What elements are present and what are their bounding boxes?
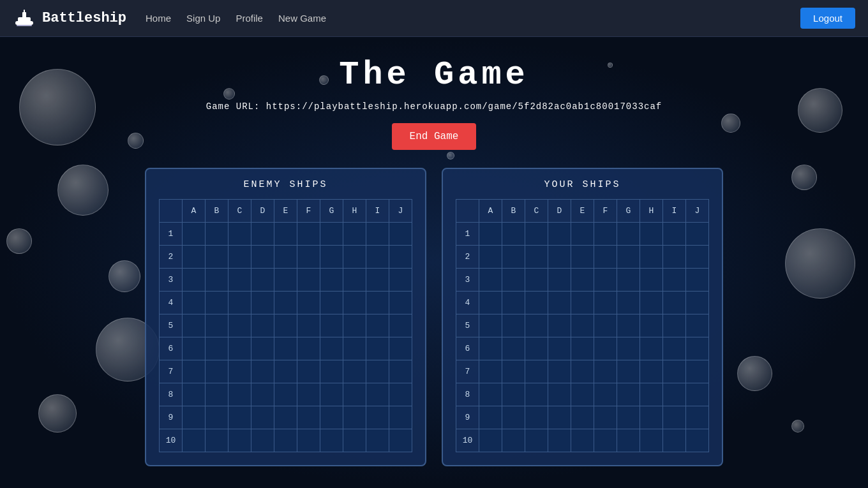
enemy-cell-D8[interactable]	[251, 383, 274, 406]
enemy-cell-C5[interactable]	[228, 314, 251, 337]
your-cell-J5[interactable]	[686, 314, 709, 337]
your-cell-A1[interactable]	[479, 223, 502, 246]
your-cell-B4[interactable]	[502, 292, 525, 314]
enemy-cell-J3[interactable]	[389, 269, 412, 292]
your-cell-A10[interactable]	[479, 429, 502, 452]
enemy-cell-F6[interactable]	[297, 337, 320, 360]
enemy-cell-A10[interactable]	[183, 429, 206, 452]
enemy-cell-A9[interactable]	[183, 406, 206, 429]
your-cell-D1[interactable]	[548, 223, 571, 246]
enemy-cell-G5[interactable]	[320, 314, 343, 337]
enemy-cell-D7[interactable]	[251, 360, 274, 383]
enemy-cell-J5[interactable]	[389, 314, 412, 337]
your-cell-I9[interactable]	[663, 406, 686, 429]
your-cell-F4[interactable]	[594, 292, 617, 314]
enemy-cell-I9[interactable]	[366, 406, 389, 429]
enemy-cell-B3[interactable]	[206, 269, 228, 292]
your-cell-F9[interactable]	[594, 406, 617, 429]
enemy-cell-A2[interactable]	[183, 246, 206, 269]
brand-link[interactable]: Battleship	[13, 7, 126, 30]
your-cell-J6[interactable]	[686, 337, 709, 360]
your-cell-C4[interactable]	[525, 292, 548, 314]
enemy-cell-B4[interactable]	[206, 292, 228, 314]
enemy-cell-C6[interactable]	[228, 337, 251, 360]
your-cell-D7[interactable]	[548, 360, 571, 383]
enemy-cell-H9[interactable]	[343, 406, 366, 429]
your-cell-F10[interactable]	[594, 429, 617, 452]
your-cell-F3[interactable]	[594, 269, 617, 292]
your-cell-E5[interactable]	[571, 314, 594, 337]
your-cell-H2[interactable]	[640, 246, 663, 269]
enemy-cell-H5[interactable]	[343, 314, 366, 337]
your-cell-H3[interactable]	[640, 269, 663, 292]
enemy-cell-D3[interactable]	[251, 269, 274, 292]
your-cell-I6[interactable]	[663, 337, 686, 360]
your-cell-H8[interactable]	[640, 383, 663, 406]
enemy-cell-F1[interactable]	[297, 223, 320, 246]
enemy-cell-D1[interactable]	[251, 223, 274, 246]
your-cell-A5[interactable]	[479, 314, 502, 337]
nav-home[interactable]: Home	[146, 13, 171, 24]
enemy-cell-I4[interactable]	[366, 292, 389, 314]
enemy-cell-F8[interactable]	[297, 383, 320, 406]
enemy-cell-E2[interactable]	[274, 246, 297, 269]
your-cell-D3[interactable]	[548, 269, 571, 292]
your-cell-H4[interactable]	[640, 292, 663, 314]
enemy-cell-B1[interactable]	[206, 223, 228, 246]
your-cell-D4[interactable]	[548, 292, 571, 314]
your-cell-H7[interactable]	[640, 360, 663, 383]
your-cell-E4[interactable]	[571, 292, 594, 314]
your-cell-B10[interactable]	[502, 429, 525, 452]
enemy-cell-E7[interactable]	[274, 360, 297, 383]
enemy-cell-A5[interactable]	[183, 314, 206, 337]
enemy-cell-G7[interactable]	[320, 360, 343, 383]
your-cell-F8[interactable]	[594, 383, 617, 406]
enemy-cell-A4[interactable]	[183, 292, 206, 314]
enemy-cell-D2[interactable]	[251, 246, 274, 269]
enemy-cell-G1[interactable]	[320, 223, 343, 246]
enemy-cell-A8[interactable]	[183, 383, 206, 406]
your-cell-C2[interactable]	[525, 246, 548, 269]
enemy-cell-E10[interactable]	[274, 429, 297, 452]
your-cell-C6[interactable]	[525, 337, 548, 360]
enemy-cell-G4[interactable]	[320, 292, 343, 314]
enemy-cell-C9[interactable]	[228, 406, 251, 429]
enemy-cell-C1[interactable]	[228, 223, 251, 246]
enemy-cell-D9[interactable]	[251, 406, 274, 429]
your-cell-F6[interactable]	[594, 337, 617, 360]
your-cell-I3[interactable]	[663, 269, 686, 292]
your-cell-B5[interactable]	[502, 314, 525, 337]
nav-new-game[interactable]: New Game	[278, 13, 326, 24]
your-cell-I7[interactable]	[663, 360, 686, 383]
end-game-button[interactable]: End Game	[392, 123, 477, 150]
enemy-cell-G3[interactable]	[320, 269, 343, 292]
your-cell-D5[interactable]	[548, 314, 571, 337]
enemy-cell-E4[interactable]	[274, 292, 297, 314]
enemy-cell-E9[interactable]	[274, 406, 297, 429]
your-cell-D8[interactable]	[548, 383, 571, 406]
your-cell-E7[interactable]	[571, 360, 594, 383]
your-cell-E9[interactable]	[571, 406, 594, 429]
enemy-cell-J8[interactable]	[389, 383, 412, 406]
your-cell-E8[interactable]	[571, 383, 594, 406]
enemy-cell-H10[interactable]	[343, 429, 366, 452]
your-cell-J2[interactable]	[686, 246, 709, 269]
enemy-cell-F4[interactable]	[297, 292, 320, 314]
your-cell-I8[interactable]	[663, 383, 686, 406]
your-cell-C8[interactable]	[525, 383, 548, 406]
enemy-cell-D10[interactable]	[251, 429, 274, 452]
enemy-cell-F3[interactable]	[297, 269, 320, 292]
enemy-cell-E6[interactable]	[274, 337, 297, 360]
your-cell-J7[interactable]	[686, 360, 709, 383]
enemy-cell-J9[interactable]	[389, 406, 412, 429]
your-cell-D10[interactable]	[548, 429, 571, 452]
your-cell-C10[interactable]	[525, 429, 548, 452]
your-cell-A9[interactable]	[479, 406, 502, 429]
your-cell-G6[interactable]	[617, 337, 640, 360]
enemy-cell-B10[interactable]	[206, 429, 228, 452]
your-cell-D6[interactable]	[548, 337, 571, 360]
your-cell-B1[interactable]	[502, 223, 525, 246]
your-cell-E3[interactable]	[571, 269, 594, 292]
enemy-cell-C4[interactable]	[228, 292, 251, 314]
enemy-cell-D5[interactable]	[251, 314, 274, 337]
